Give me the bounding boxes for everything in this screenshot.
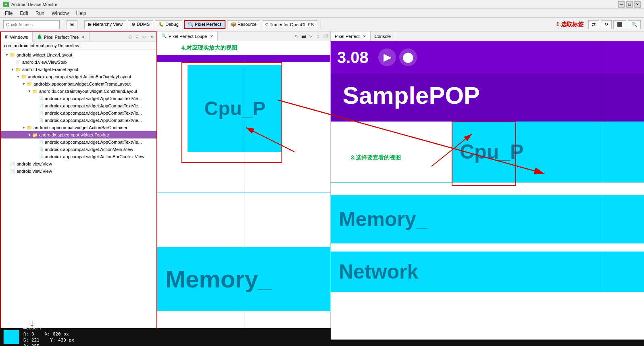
- file-icon-textview1: 📄: [38, 96, 44, 101]
- tree-label-linearlayout: android.widget.LinearLayout: [17, 52, 72, 57]
- tree-item-toolbar[interactable]: ▼ 📁 androidx.appcompat.widget.Toolbar: [1, 131, 156, 138]
- quick-access-input[interactable]: [3, 20, 60, 29]
- minimize-button[interactable]: —: [618, 1, 625, 8]
- tree-item-textview1[interactable]: 📄 androidx.appcompat.widget.AppCompatTex…: [1, 95, 156, 102]
- tree-label-toolbar: androidx.appcompat.widget.Toolbar: [39, 132, 109, 137]
- tree-label-aboverlay: androidx.appcompat.widget.ActionBarOverl…: [28, 74, 131, 79]
- maximize-button[interactable]: ☐: [626, 1, 633, 8]
- tree-item-textview3[interactable]: 📄 androidx.appcompat.widget.AppCompatTex…: [1, 109, 156, 117]
- tree-item-framelayout[interactable]: ▼ 📁 android.widget.FrameLayout: [1, 66, 156, 73]
- tab-pixel-perfect[interactable]: Pixel Perfect ✕: [331, 31, 371, 41]
- menubar: File Edit Run Window Help: [0, 9, 644, 18]
- titlebar: A Android Device Monitor — ☐ ✕: [0, 0, 644, 9]
- toolbar-btn-extra3[interactable]: ⬛: [613, 20, 626, 29]
- expand-icon-aboverlay[interactable]: ▼: [15, 74, 21, 80]
- toolbar-btn-ddms[interactable]: ⚙ DDMS: [128, 20, 153, 29]
- tree-item-textview5[interactable]: 📄 androidx.appcompat.widget.AppCompatTex…: [1, 138, 156, 146]
- tree-action-btn-1[interactable]: ⊞: [127, 34, 133, 40]
- toolbar-btn-icon[interactable]: ⊞: [67, 20, 77, 29]
- tree-item-constraint[interactable]: ▼ 📁 androidx.constraintlayout.widget.Con…: [1, 88, 156, 95]
- toolbar-btn-hierarchy[interactable]: ⊞ Hierarchy View: [84, 20, 126, 29]
- tree-item-view1[interactable]: 📄 android.view.View: [1, 160, 156, 168]
- tab-windows[interactable]: ⊞ Windows: [1, 32, 33, 42]
- left-panel: ⊞ Windows 🌲 Pixel Perfect Tree ✕ ⊞ ▽ □ ✕…: [0, 31, 157, 346]
- expand-icon-toolbar[interactable]: ▼: [27, 132, 32, 138]
- folder-icon-contentframe: 📁: [27, 81, 32, 87]
- expand-icon-textview3: [32, 110, 38, 116]
- middle-panel-tabbar: 🔍 Pixel Perfect Loupe ✕ ⟳ 📷 ▽ □ ⬜: [157, 31, 330, 41]
- samplepop-text: SamplePOP: [343, 82, 480, 109]
- tab-pixel-perfect-close-icon[interactable]: ✕: [363, 34, 366, 38]
- menu-file[interactable]: File: [2, 10, 16, 17]
- title-text: Android Device Monitor: [11, 2, 618, 7]
- color-swatch: [3, 330, 19, 344]
- loupe-action-btn-capture[interactable]: 📷: [300, 33, 307, 40]
- tree-item-contentframe[interactable]: ▼ 📁 androidx.appcompat.widget.ContentFra…: [1, 80, 156, 88]
- left-panel-tab-actions: ⊞ ▽ □ ✕: [127, 32, 156, 42]
- tree-item-abcontextview[interactable]: 📄 androidx.appcompat.widget.ActionBarCon…: [1, 153, 156, 160]
- loupe-action-btn-min[interactable]: □: [315, 33, 321, 40]
- loupe-content: Cpu_P Memory_: [157, 55, 330, 329]
- loupe-label: Pixel Perfect Loupe: [169, 34, 207, 39]
- toolbar-btn-extra1[interactable]: ⇄: [588, 20, 599, 29]
- device-cpu-container: Cpu_P: [331, 122, 644, 182]
- tree-item-abcontainer[interactable]: ▼ 📁 androidx.appcompat.widget.ActionBarC…: [1, 124, 156, 131]
- device-memory-block[interactable]: Memory_: [331, 195, 644, 243]
- toolbar-btn-pixelperfect[interactable]: 🔍 Pixel Perfect: [184, 20, 225, 29]
- expand-icon-constraint[interactable]: ▼: [27, 88, 32, 94]
- tree-item-view2[interactable]: 📄 android.view.View: [1, 168, 156, 175]
- tab-loupe[interactable]: 🔍 Pixel Perfect Loupe ✕: [157, 31, 218, 41]
- toolbar-btn-extra4[interactable]: 🔍: [628, 20, 641, 29]
- menu-window[interactable]: Window: [48, 10, 72, 17]
- loupe-action-btn-menu[interactable]: ▽: [308, 33, 314, 40]
- tab-loupe-close-icon[interactable]: ✕: [210, 34, 213, 38]
- expand-icon-linearlayout[interactable]: ▼: [4, 52, 10, 58]
- expand-icon-textview5: [32, 139, 38, 145]
- middle-panel: 🔍 Pixel Perfect Loupe ✕ ⟳ 📷 ▽ □ ⬜ 4.对应现实…: [157, 31, 331, 346]
- tree-action-btn-4[interactable]: ✕: [148, 34, 155, 40]
- menu-run[interactable]: Run: [32, 10, 48, 17]
- menu-help[interactable]: Help: [73, 10, 90, 17]
- tab-ppt-close-icon[interactable]: ✕: [82, 35, 85, 39]
- tree-item-actionmenuview[interactable]: 📄 androidx.appcompat.widget.ActionMenuVi…: [1, 146, 156, 153]
- loupe-memory-block: Memory_: [157, 247, 330, 311]
- close-button[interactable]: ✕: [634, 1, 641, 8]
- toolbar-btn-resource[interactable]: 📦 Resource: [227, 20, 260, 29]
- annotation-4-text: 4.对应现实放大的视图: [157, 41, 330, 55]
- file-icon-textview5: 📄: [38, 139, 44, 145]
- loupe-action-btn-max[interactable]: ⬜: [322, 33, 329, 40]
- tree-item-viewstub[interactable]: 📄 android.view.ViewStub: [1, 59, 156, 66]
- tab-console-label: Console: [375, 34, 391, 39]
- tree-item-textview4[interactable]: 📄 androidx.appcompat.widget.AppCompatTex…: [1, 117, 156, 124]
- loupe-action-btn-refresh[interactable]: ⟳: [293, 33, 300, 40]
- color-hex: #00ddff: [23, 325, 74, 331]
- expand-icon-framelayout[interactable]: ▼: [10, 67, 15, 72]
- device-view: 3.08 ▶ ⬤ SamplePOP Cpu_P: [331, 41, 644, 340]
- toolbar-btn-extra2[interactable]: ↻: [601, 20, 612, 29]
- annotation-select-tab: 1.选取标签: [556, 21, 584, 28]
- tree-item-linearlayout[interactable]: ▼ 📁 android.widget.LinearLayout: [1, 51, 156, 59]
- app-icon: A: [3, 2, 9, 7]
- right-panel-tabbar: Pixel Perfect ✕ Console ⊞ ⬜ ⬛ ⬛: [331, 31, 644, 41]
- header-icon-1: ▶: [378, 48, 396, 66]
- expand-icon-textview4: [32, 117, 38, 123]
- toolbar-btn-tracer[interactable]: C Tracer for OpenGL ES: [262, 20, 317, 29]
- menu-edit[interactable]: Edit: [17, 10, 31, 17]
- device-network-block[interactable]: Network: [331, 252, 644, 292]
- header-icon-2: ⬤: [399, 48, 417, 66]
- tree-action-btn-3[interactable]: □: [141, 34, 148, 40]
- tab-pixel-perfect-tree[interactable]: 🌲 Pixel Perfect Tree ✕: [33, 32, 90, 42]
- tree-item-aboverlay[interactable]: ▼ 📁 androidx.appcompat.widget.ActionBarO…: [1, 73, 156, 80]
- tree-action-btn-2[interactable]: ▽: [134, 34, 140, 40]
- file-icon-actionmenuview: 📄: [38, 147, 44, 152]
- expand-icon-contentframe[interactable]: ▼: [21, 81, 27, 87]
- toolbar-separator-2: [81, 21, 81, 29]
- device-crosshair-v: [603, 41, 603, 340]
- tab-console[interactable]: Console: [371, 31, 395, 41]
- device-purple-header: 3.08 ▶ ⬤: [331, 41, 644, 73]
- expand-icon-abcontainer[interactable]: ▼: [21, 125, 27, 130]
- tree-item-textview2[interactable]: 📄 androidx.appcompat.widget.AppCompatTex…: [1, 102, 156, 109]
- tab-ppt-icon: 🌲: [37, 34, 42, 40]
- tree-root-label: com.android.internal.policy.DecorView: [1, 42, 156, 50]
- toolbar-btn-debug[interactable]: 🐛 Debug: [155, 20, 182, 29]
